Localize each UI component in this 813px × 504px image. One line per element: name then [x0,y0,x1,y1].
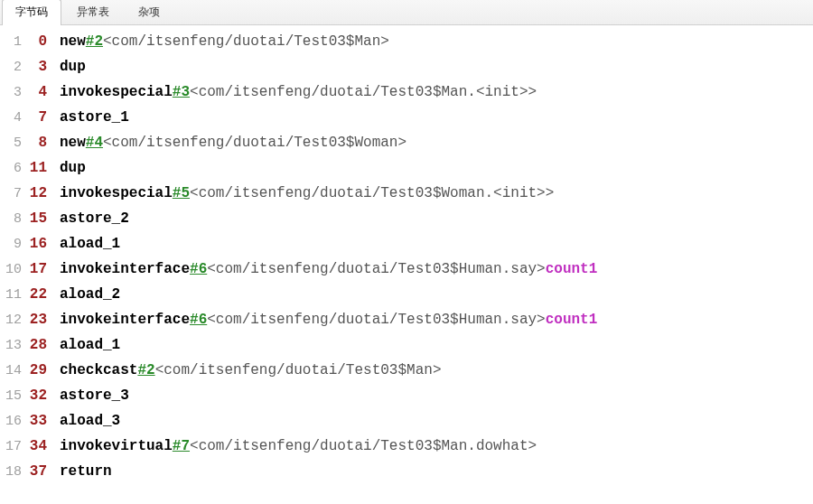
line-number: 11 [0,283,27,308]
code-line: 58new #4 <com/itsenfeng/duotai/Test03$Wo… [0,130,813,155]
code-line: 47astore_1 [0,105,813,130]
bytecode-offset: 28 [27,332,52,358]
bytecode-offset: 3 [27,54,52,79]
line-number: 13 [0,333,27,359]
line-number: 2 [0,55,27,80]
bytecode-offset: 23 [27,307,52,332]
opcode: invokevirtual [60,434,173,459]
bytecode-offset: 22 [27,282,52,307]
line-number: 9 [0,232,27,257]
bytecode-offset: 4 [27,79,52,105]
ref-description: <com/itsenfeng/duotai/Test03$Human.say> [207,257,545,282]
opcode: astore_2 [60,206,129,231]
ref-description: <com/itsenfeng/duotai/Test03$Man.<init>> [190,79,537,105]
code-line: 1429checkcast #2 <com/itsenfeng/duotai/T… [0,358,813,383]
code-line: 1734invokevirtual #7 <com/itsenfeng/duot… [0,434,813,459]
count-value: 1 [589,307,598,332]
line-number: 15 [0,384,27,409]
opcode: aload_3 [60,408,120,434]
bytecode-offset: 7 [27,105,52,130]
line-number: 6 [0,156,27,182]
constant-pool-ref[interactable]: #7 [173,434,190,459]
opcode: invokeinterface [60,307,190,332]
tab-misc[interactable]: 杂项 [125,0,173,25]
code-line: 916aload_1 [0,231,813,257]
code-line: 815astore_2 [0,206,813,231]
line-number: 4 [0,106,27,131]
line-number: 5 [0,131,27,156]
code-line: 1328aload_1 [0,332,813,358]
count-value: 1 [589,257,598,282]
opcode: astore_1 [60,105,129,130]
bytecode-offset: 8 [27,130,52,155]
line-number: 12 [0,308,27,333]
code-line: 1223invokeinterface #6 <com/itsenfeng/du… [0,307,813,332]
constant-pool-ref[interactable]: #5 [173,181,190,206]
opcode: aload_1 [60,231,120,257]
opcode: invokeinterface [60,257,190,282]
bytecode-offset: 17 [27,257,52,282]
bytecode-offset: 29 [27,358,52,383]
constant-pool-ref[interactable]: #3 [173,79,190,105]
tabbar: 字节码 异常表 杂项 [0,0,813,25]
code-line: 611dup [0,155,813,181]
ref-description: <com/itsenfeng/duotai/Test03$Woman> [103,130,406,155]
opcode: astore_3 [60,383,129,408]
code-line: 1633aload_3 [0,408,813,434]
opcode: aload_2 [60,282,120,307]
line-number: 1 [0,30,27,55]
ref-description: <com/itsenfeng/duotai/Test03$Woman.<init… [190,181,554,206]
line-number: 10 [0,257,27,283]
code-line: 10new #2 <com/itsenfeng/duotai/Test03$Ma… [0,29,813,54]
ref-description: <com/itsenfeng/duotai/Test03$Man> [155,358,442,383]
bytecode-offset: 11 [27,155,52,181]
constant-pool-ref[interactable]: #2 [86,29,103,54]
bytecode-offset: 15 [27,206,52,231]
bytecode-listing: 10new #2 <com/itsenfeng/duotai/Test03$Ma… [0,25,813,484]
bytecode-offset: 12 [27,181,52,206]
tab-exception-table[interactable]: 异常表 [63,0,123,25]
opcode: aload_1 [60,332,120,358]
line-number: 16 [0,409,27,434]
opcode: dup [60,54,86,79]
ref-description: <com/itsenfeng/duotai/Test03$Man> [103,29,389,54]
constant-pool-ref[interactable]: #4 [86,130,103,155]
line-number: 3 [0,80,27,106]
line-number: 14 [0,359,27,384]
code-line: 712invokespecial #5 <com/itsenfeng/duota… [0,181,813,206]
constant-pool-ref[interactable]: #6 [190,307,207,332]
code-line: 1837return [0,459,813,484]
constant-pool-ref[interactable]: #2 [137,358,154,383]
line-number: 7 [0,182,27,207]
constant-pool-ref[interactable]: #6 [190,257,207,282]
tab-bytecode[interactable]: 字节码 [2,0,61,25]
opcode: invokespecial [60,79,173,105]
bytecode-offset: 0 [27,29,52,54]
ref-description: <com/itsenfeng/duotai/Test03$Human.say> [207,307,545,332]
count-keyword: count [546,257,589,282]
opcode: return [60,459,112,484]
opcode: new [60,130,86,155]
code-line: 34invokespecial #3 <com/itsenfeng/duotai… [0,79,813,105]
line-number: 17 [0,434,27,460]
opcode: invokespecial [60,181,173,206]
opcode: new [60,29,86,54]
line-number: 18 [0,460,27,485]
code-line: 1532astore_3 [0,383,813,408]
bytecode-offset: 32 [27,383,52,408]
bytecode-offset: 16 [27,231,52,257]
ref-description: <com/itsenfeng/duotai/Test03$Man.dowhat> [190,434,537,459]
opcode: dup [60,155,86,181]
code-line: 23dup [0,54,813,79]
count-keyword: count [546,307,589,332]
opcode: checkcast [60,358,137,383]
bytecode-offset: 37 [27,459,52,484]
code-line: 1017invokeinterface #6 <com/itsenfeng/du… [0,257,813,282]
code-line: 1122aload_2 [0,282,813,307]
bytecode-offset: 33 [27,408,52,434]
bytecode-offset: 34 [27,434,52,459]
line-number: 8 [0,207,27,232]
